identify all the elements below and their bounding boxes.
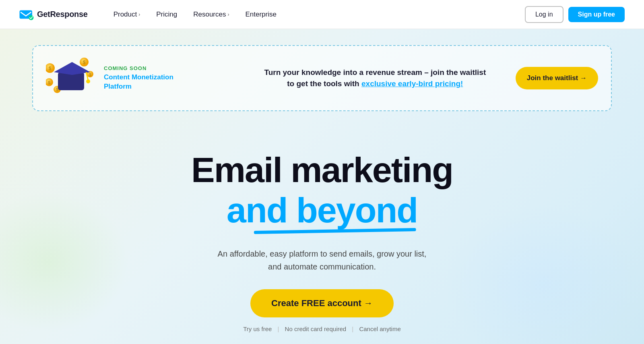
brand-name: GetResponse: [37, 10, 88, 19]
banner-center-text: Turn your knowledge into a revenue strea…: [244, 67, 506, 90]
signup-button[interactable]: Sign up free: [568, 7, 625, 22]
nav-enterprise[interactable]: Enterprise: [239, 7, 283, 22]
separator-1: |: [278, 325, 279, 332]
logo[interactable]: GetResponse: [19, 9, 88, 20]
promo-banner: $ $ $ $ $: [32, 45, 612, 111]
hero-subtitle: An affordable, easy platform to send ema…: [141, 247, 503, 273]
nav-pricing[interactable]: Pricing: [150, 7, 184, 22]
svg-text:$: $: [49, 66, 52, 71]
svg-text:$: $: [83, 60, 86, 65]
hero-subtitle-line1: An affordable, easy platform to send ema…: [218, 249, 427, 258]
nav-product[interactable]: Product ›: [107, 7, 147, 22]
banner-text-part1: Turn your knowledge into a revenue strea…: [264, 68, 486, 77]
coming-soon-label: COMING SOON: [104, 65, 235, 71]
platform-name: Content MonetizationPlatform: [104, 73, 235, 91]
nav-pricing-label: Pricing: [156, 10, 177, 19]
svg-text:$: $: [48, 80, 50, 85]
hero-fine-print: Try us free | No credit card required | …: [141, 325, 503, 332]
nav-resources[interactable]: Resources ›: [187, 7, 235, 22]
svg-rect-12: [58, 72, 84, 90]
banner-early-bird-link[interactable]: exclusive early-bird pricing!: [361, 79, 463, 88]
banner-illustration: $ $ $ $ $: [46, 54, 94, 102]
svg-text:$: $: [89, 73, 91, 77]
create-account-button[interactable]: Create FREE account →: [250, 289, 394, 317]
bg-blob-left: [0, 191, 129, 332]
nav-resources-label: Resources: [193, 10, 226, 19]
separator-2: |: [352, 325, 353, 332]
chevron-down-icon-resources: ›: [227, 12, 229, 17]
nav-actions: Log in Sign up free: [525, 6, 625, 23]
waitlist-button[interactable]: Join the waitlist →: [516, 67, 598, 89]
banner-text-part2: to get the tools with: [287, 79, 359, 88]
svg-point-15: [86, 79, 90, 83]
chevron-down-icon: ›: [138, 12, 140, 17]
fine-print-cancel: Cancel anytime: [359, 325, 400, 332]
fine-print-try-free: Try us free: [243, 325, 272, 332]
logo-icon: [19, 9, 34, 20]
navbar: GetResponse Product › Pricing Resources …: [0, 0, 644, 29]
login-button[interactable]: Log in: [525, 6, 564, 23]
nav-enterprise-label: Enterprise: [245, 10, 276, 19]
graduation-cap-icon: $ $ $ $ $: [46, 54, 94, 98]
hero-section: Email marketing and beyond An affordable…: [141, 135, 503, 340]
main-content: $ $ $ $ $: [0, 29, 644, 344]
hero-title-accent: and beyond: [227, 193, 417, 228]
hero-title-main: Email marketing: [141, 151, 503, 189]
nav-links: Product › Pricing Resources › Enterprise: [107, 7, 525, 22]
nav-product-label: Product: [114, 10, 137, 19]
banner-left-text: COMING SOON Content MonetizationPlatform: [104, 65, 235, 91]
hero-subtitle-line2: and automate communication.: [268, 262, 376, 271]
fine-print-no-card: No credit card required: [285, 325, 347, 332]
